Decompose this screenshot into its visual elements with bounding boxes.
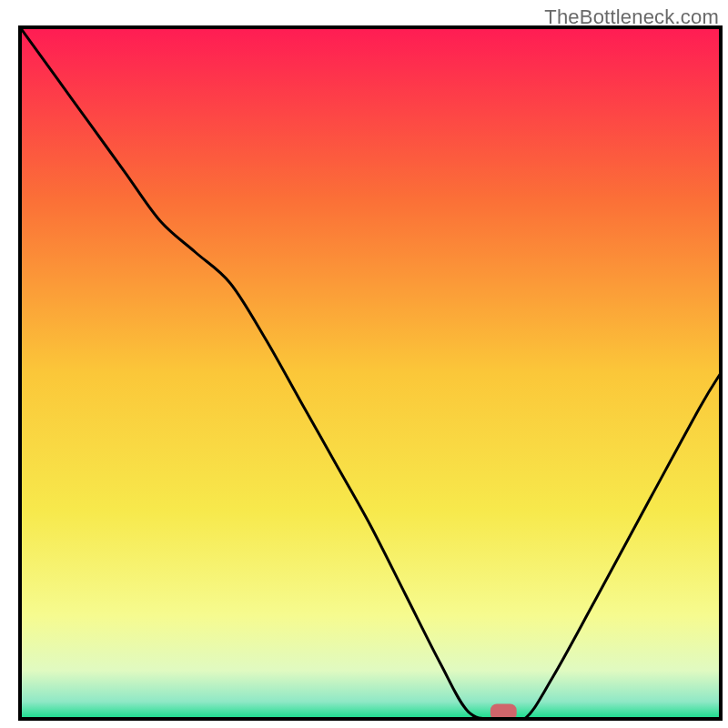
chart-background-gradient xyxy=(20,27,721,719)
chart-svg xyxy=(0,0,728,728)
watermark-text: TheBottleneck.com xyxy=(544,5,719,29)
bottleneck-chart: TheBottleneck.com xyxy=(0,0,728,728)
